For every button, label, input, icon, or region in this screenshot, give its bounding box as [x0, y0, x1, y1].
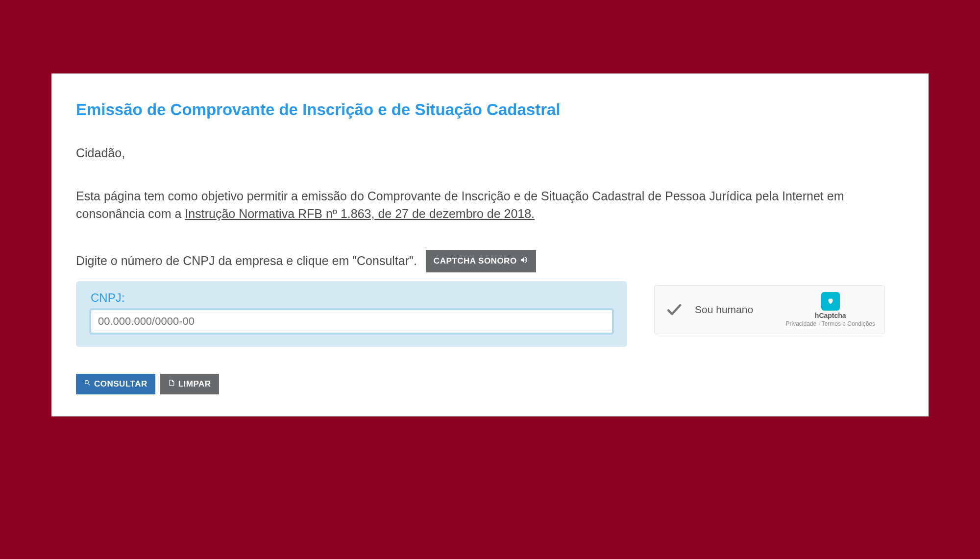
- captcha-sonoro-button[interactable]: CAPTCHA SONORO: [426, 250, 536, 272]
- hcaptcha-brand: hCaptcha Privacidade - Termos e Condiçõe…: [785, 292, 875, 327]
- hcaptcha-brand-name: hCaptcha: [815, 312, 846, 319]
- cnpj-input[interactable]: [91, 310, 612, 333]
- description-text: Esta página tem como objetivo permitir a…: [76, 187, 904, 223]
- instruction-row: Digite o número de CNPJ da empresa e cli…: [76, 250, 904, 272]
- consultar-button[interactable]: CONSULTAR: [76, 374, 155, 394]
- consultar-label: CONSULTAR: [94, 379, 147, 389]
- hcaptcha-label: Sou humano: [695, 304, 785, 316]
- cnpj-label: CNPJ:: [91, 291, 612, 305]
- normative-instruction-link[interactable]: Instrução Normativa RFB nº 1.863, de 27 …: [185, 207, 535, 220]
- hcaptcha-widget[interactable]: Sou humano hCaptcha: [654, 285, 884, 334]
- form-row: CNPJ: Sou humano: [76, 281, 904, 347]
- captcha-sonoro-label: CAPTCHA SONORO: [434, 256, 517, 266]
- limpar-button[interactable]: LIMPAR: [160, 374, 219, 394]
- document-icon: [168, 379, 175, 389]
- hcaptcha-terms-link[interactable]: Privacidade - Termos e Condições: [785, 320, 875, 327]
- salutation-text: Cidadão,: [76, 146, 904, 160]
- limpar-label: LIMPAR: [178, 379, 211, 389]
- instruction-text: Digite o número de CNPJ da empresa e cli…: [76, 254, 417, 268]
- hcaptcha-logo-icon: [821, 292, 840, 311]
- main-panel: Emissão de Comprovante de Inscrição e de…: [51, 73, 929, 416]
- volume-icon: [520, 256, 528, 267]
- checkmark-icon: [665, 301, 683, 318]
- action-row: CONSULTAR LIMPAR: [76, 374, 904, 394]
- cnpj-box: CNPJ:: [76, 281, 627, 347]
- page-title: Emissão de Comprovante de Inscrição e de…: [76, 100, 904, 119]
- search-icon: [84, 379, 91, 389]
